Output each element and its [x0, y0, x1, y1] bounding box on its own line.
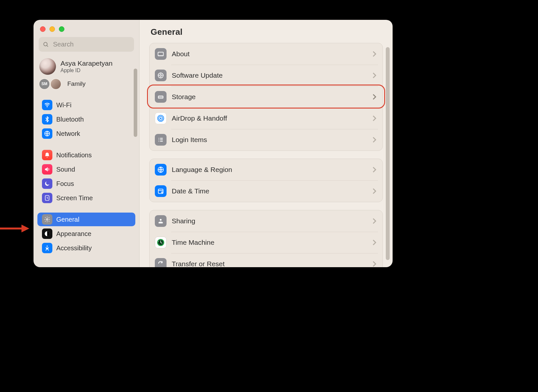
- screen-time-icon: [42, 193, 52, 203]
- sidebar-item-label: General: [56, 216, 79, 223]
- settings-groups: About Software Update Storage: [140, 40, 393, 267]
- row-label: AirDrop & Handoff: [172, 114, 367, 122]
- apple-id-account[interactable]: Asya Karapetyan Apple ID: [39, 58, 134, 75]
- svg-point-9: [47, 246, 47, 247]
- row-language-region[interactable]: Language & Region: [152, 159, 381, 180]
- settings-group: Sharing Time Machine Transfer or Reset: [149, 210, 383, 267]
- sidebar-item-general[interactable]: General: [37, 213, 135, 226]
- notifications-icon: [42, 150, 52, 160]
- chevron-right-icon: [372, 137, 377, 143]
- family-member-badge: SM: [39, 79, 49, 89]
- network-icon: [42, 128, 52, 139]
- svg-rect-10: [158, 52, 164, 56]
- time-machine-icon: [155, 237, 167, 248]
- settings-group: Language & Region Date & Time: [149, 159, 383, 202]
- sidebar: Asya Karapetyan Apple ID SM Family Wi-Fi…: [34, 20, 140, 267]
- content-scrollbar[interactable]: [386, 47, 390, 260]
- sidebar-item-label: Focus: [56, 180, 74, 188]
- chevron-right-icon: [372, 218, 377, 224]
- sound-icon: [42, 164, 52, 175]
- sidebar-item-wifi[interactable]: Wi-Fi: [37, 98, 135, 112]
- row-label: Date & Time: [172, 187, 367, 195]
- sidebar-item-label: Accessibility: [56, 244, 92, 252]
- general-icon: [42, 214, 52, 225]
- sidebar-item-label: Bluetooth: [56, 116, 84, 123]
- row-login-items[interactable]: Login Items: [152, 129, 381, 150]
- sidebar-item-label: Network: [56, 130, 80, 137]
- wifi-icon: [42, 100, 52, 110]
- sidebar-section: General Appearance Accessibility: [34, 213, 139, 255]
- system-settings-window: Asya Karapetyan Apple ID SM Family Wi-Fi…: [34, 20, 393, 267]
- avatar: [39, 58, 56, 75]
- airdrop-icon: [155, 112, 167, 124]
- row-time-machine[interactable]: Time Machine: [152, 232, 381, 253]
- storage-icon: [155, 91, 167, 103]
- sidebar-item-sound[interactable]: Sound: [37, 163, 135, 176]
- family-member-photo: [51, 79, 61, 89]
- row-label: Login Items: [172, 136, 367, 144]
- sharing-icon: [155, 215, 167, 227]
- window-controls: [40, 26, 139, 32]
- row-label: Language & Region: [172, 166, 367, 174]
- svg-point-16: [160, 118, 162, 119]
- sidebar-item-bluetooth[interactable]: Bluetooth: [37, 112, 135, 126]
- language-region-icon: [155, 164, 167, 176]
- content-pane: General About Software Update: [140, 20, 393, 267]
- sidebar-item-appearance[interactable]: Appearance: [37, 227, 135, 241]
- transfer-reset-icon: [155, 258, 167, 267]
- content-scrollbar-thumb[interactable]: [386, 47, 390, 260]
- sidebar-item-network[interactable]: Network: [37, 127, 135, 140]
- sidebar-item-accessibility[interactable]: Accessibility: [37, 241, 135, 255]
- sidebar-item-label: Screen Time: [56, 194, 93, 202]
- software-update-icon: [155, 70, 167, 81]
- row-transfer-reset[interactable]: Transfer or Reset: [152, 253, 381, 267]
- window-minimize-button[interactable]: [49, 26, 55, 32]
- row-software-update[interactable]: Software Update: [152, 65, 381, 86]
- row-about[interactable]: About: [152, 43, 381, 65]
- row-date-time[interactable]: Date & Time: [152, 180, 381, 202]
- accessibility-icon: [42, 243, 52, 253]
- row-label: Sharing: [172, 217, 367, 225]
- svg-line-3: [47, 45, 48, 46]
- sidebar-item-label: Notifications: [56, 151, 92, 159]
- sidebar-item-label: Sound: [56, 166, 75, 173]
- chevron-right-icon: [372, 239, 377, 246]
- sidebar-scrollbar-thumb[interactable]: [134, 69, 137, 137]
- sidebar-item-label: Wi-Fi: [56, 101, 72, 109]
- sidebar-section: Wi-Fi Bluetooth Network: [34, 98, 139, 140]
- row-sharing[interactable]: Sharing: [152, 210, 381, 232]
- chevron-right-icon: [372, 72, 377, 79]
- row-label: Storage: [172, 93, 367, 101]
- annotation-arrow-icon: [0, 224, 29, 233]
- sidebar-section: Notifications Sound Focus Screen Time: [34, 148, 139, 205]
- account-name: Asya Karapetyan: [61, 59, 113, 67]
- family-row[interactable]: SM Family: [39, 77, 134, 91]
- svg-marker-1: [21, 225, 29, 232]
- sidebar-item-screen-time[interactable]: Screen Time: [37, 191, 135, 205]
- sidebar-item-focus[interactable]: Focus: [37, 177, 135, 190]
- date-time-icon: [155, 185, 167, 197]
- row-airdrop-handoff[interactable]: AirDrop & Handoff: [152, 108, 381, 129]
- account-sub: Apple ID: [61, 68, 113, 73]
- bluetooth-icon: [42, 114, 52, 124]
- svg-point-13: [160, 74, 162, 76]
- search-input[interactable]: [52, 40, 130, 48]
- sidebar-item-notifications[interactable]: Notifications: [37, 148, 135, 162]
- svg-point-7: [47, 219, 48, 220]
- search-field[interactable]: [39, 37, 134, 52]
- svg-point-2: [44, 42, 47, 46]
- window-close-button[interactable]: [40, 26, 46, 32]
- row-storage[interactable]: Storage: [152, 86, 381, 108]
- appearance-icon: [42, 229, 52, 239]
- chevron-right-icon: [372, 94, 377, 100]
- about-icon: [155, 48, 167, 60]
- sidebar-item-label: Appearance: [56, 230, 91, 238]
- row-label: Time Machine: [172, 239, 367, 246]
- chevron-right-icon: [372, 261, 377, 267]
- search-icon: [43, 41, 49, 48]
- window-zoom-button[interactable]: [59, 26, 64, 32]
- login-items-icon: [155, 134, 167, 146]
- chevron-right-icon: [372, 188, 377, 194]
- svg-point-29: [160, 219, 162, 221]
- settings-group: About Software Update Storage: [149, 43, 383, 151]
